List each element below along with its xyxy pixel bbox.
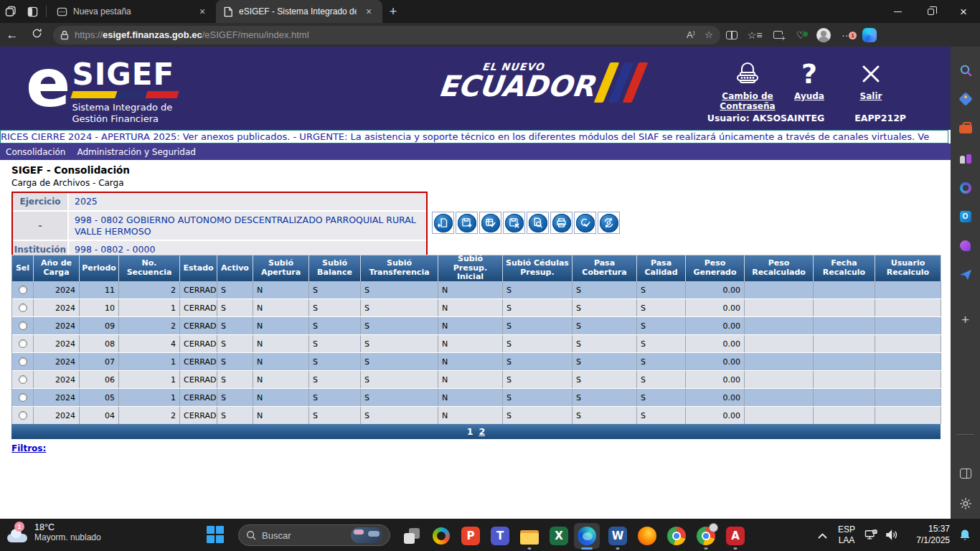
validate-button[interactable] [479, 212, 501, 234]
delete-button[interactable] [503, 212, 525, 234]
read-aloud-icon[interactable]: A) [687, 29, 694, 40]
table-cell [814, 389, 875, 406]
minimize-button[interactable] [881, 0, 914, 23]
pdf-app-icon[interactable] [458, 523, 484, 549]
volume-icon[interactable] [881, 529, 901, 540]
favorites-icon[interactable]: ☆≡ [743, 29, 766, 41]
help-button[interactable]: ? Ayuda [781, 57, 837, 112]
preview-button[interactable] [527, 212, 549, 234]
edge-icon[interactable] [574, 523, 600, 549]
browser-essentials-icon[interactable]: ♡ [789, 29, 812, 41]
clock[interactable]: 15:37 7/1/2025 [905, 524, 950, 546]
save-add-button[interactable] [456, 212, 478, 234]
print-button[interactable] [550, 212, 573, 234]
tab-close-icon[interactable]: × [362, 6, 375, 17]
table-cell [745, 317, 814, 334]
marquee-text: RICES CIERRE 2024 - APERTURA 2025: Ver a… [1, 131, 948, 143]
help-question-icon: ? [781, 57, 837, 91]
chrome-icon[interactable] [664, 523, 689, 549]
firefox-icon[interactable] [634, 523, 660, 549]
row-select-radio[interactable] [19, 357, 27, 366]
teams-icon[interactable] [487, 523, 513, 549]
restore-button[interactable] [914, 0, 947, 23]
new-tab-button[interactable]: + [382, 4, 404, 19]
url-field[interactable]: https://esigef.finanzas.gob.ec/eSIGEF/me… [53, 26, 720, 44]
microsoft365-icon[interactable] [951, 177, 980, 199]
games-icon[interactable] [951, 148, 980, 169]
row-select-radio[interactable] [19, 393, 27, 402]
refresh-icon[interactable] [24, 28, 49, 42]
designer-icon[interactable] [951, 264, 980, 286]
settings-gear-icon[interactable] [951, 493, 980, 514]
quality-check-button[interactable] [574, 212, 596, 234]
lock-icon [60, 30, 69, 40]
new-file-button[interactable] [432, 212, 454, 234]
workspaces-icon[interactable] [0, 3, 22, 20]
language-indicator[interactable]: ESP LAA [832, 524, 861, 546]
menu-consolidacion[interactable]: Consolidación [6, 147, 65, 157]
acrobat-icon[interactable] [722, 523, 748, 549]
row-select-radio[interactable] [19, 303, 27, 312]
hidden-icons-chevron[interactable] [812, 529, 832, 542]
table-cell: 1 [119, 371, 180, 388]
table-cell: S [309, 389, 361, 406]
file-explorer-icon[interactable] [517, 523, 542, 549]
copilot-icon[interactable] [428, 523, 454, 549]
task-view-icon[interactable] [399, 523, 425, 549]
url-domain: esigef.finanzas.gob.ec [103, 29, 202, 40]
select-cell [12, 281, 34, 298]
new-file-icon [434, 214, 453, 232]
profile-avatar[interactable] [812, 28, 835, 42]
table-cell: 05 [80, 389, 119, 406]
chrome-alt-icon[interactable] [693, 523, 719, 549]
start-button[interactable] [207, 526, 225, 544]
row-select-radio[interactable] [19, 321, 27, 330]
table-cell: S [361, 317, 438, 334]
table-cell [814, 353, 875, 370]
tab-esigef-active[interactable]: eSIGEF - Sistema Integrado de G × [216, 0, 382, 23]
tools-icon[interactable] [951, 118, 980, 140]
row-select-radio[interactable] [19, 375, 27, 384]
excel-icon[interactable] [546, 523, 572, 549]
table-cell [875, 281, 941, 298]
row-select-radio[interactable] [19, 339, 27, 348]
notification-bell-icon[interactable] [950, 529, 980, 541]
page-number-link[interactable]: 2 [479, 426, 486, 437]
split-screen-icon[interactable] [720, 31, 743, 39]
collections-icon[interactable] [766, 31, 789, 39]
change-password-button[interactable]: Cambio de Contraseña [720, 57, 776, 112]
panel-icon[interactable] [951, 463, 980, 484]
add-icon[interactable]: + [951, 309, 980, 331]
table-cell: S [503, 281, 573, 298]
network-icon[interactable] [861, 529, 881, 541]
row-select-radio[interactable] [19, 286, 27, 294]
exit-button[interactable]: Salir [843, 57, 899, 112]
favorite-star-icon[interactable]: ☆ [705, 29, 713, 40]
table-cell: 04 [80, 407, 119, 424]
taskbar-search[interactable]: Buscar [238, 524, 390, 546]
tab-nueva-pestana[interactable]: Nueva pestaña × [50, 0, 216, 23]
table-cell: 0.00 [686, 389, 745, 406]
preview-file-icon [529, 214, 547, 232]
back-icon[interactable]: ← [0, 28, 24, 42]
outlook-icon[interactable] [951, 206, 980, 227]
weather-widget[interactable]: 1 18°C Mayorm. nublado [7, 522, 101, 542]
logo-subtitle-2: Gestión Financiera [72, 113, 181, 125]
filters-link[interactable]: Filtros: [11, 443, 46, 453]
tab-close-icon[interactable]: × [196, 6, 209, 17]
menu-administracion[interactable]: Administración y Seguridad [77, 147, 196, 157]
row-select-radio[interactable] [19, 411, 27, 420]
table-cell: S [573, 281, 637, 298]
close-button[interactable]: × [947, 0, 980, 23]
search-icon[interactable] [951, 60, 980, 81]
password-lock-icon [720, 57, 776, 91]
drop-icon[interactable] [951, 235, 980, 256]
recalculate-button[interactable] [598, 212, 620, 234]
shopping-tag-icon[interactable] [951, 88, 980, 110]
tab-actions-icon[interactable] [22, 3, 43, 20]
copilot-icon[interactable] [858, 28, 881, 42]
word-icon[interactable] [605, 523, 631, 549]
more-menu-icon[interactable]: ···1 [835, 29, 858, 41]
url-path: /eSIGEF/menu/index.html [202, 29, 309, 40]
search-placeholder: Buscar [262, 530, 345, 541]
